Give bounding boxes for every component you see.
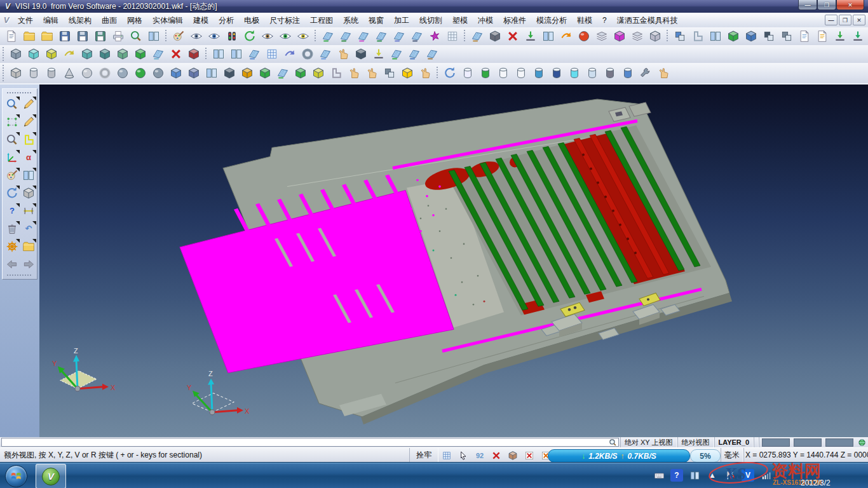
save-icon[interactable] (56, 28, 74, 45)
surface-mesh-icon[interactable] (444, 28, 461, 45)
cage-solid-icon[interactable] (292, 65, 309, 82)
box-mode-icon[interactable] (505, 448, 521, 463)
drop-surface-icon[interactable] (370, 46, 388, 63)
restore-window-icon[interactable]: ❐ (817, 0, 836, 10)
toolbar-grip[interactable] (1, 65, 6, 81)
link-solid-icon[interactable] (381, 65, 398, 82)
snap-mode-icon[interactable]: 92 (471, 448, 488, 463)
network-speed-widget[interactable]: ↓ 1.2KB/S ↑ 0.7KB/S (548, 449, 690, 463)
surface-half-icon[interactable] (390, 28, 408, 45)
expand-surface-icon[interactable] (388, 46, 405, 63)
print-preview-icon[interactable] (127, 28, 145, 45)
search-input[interactable] (2, 438, 618, 446)
top-view-icon[interactable] (43, 46, 60, 63)
plate-stack-icon[interactable] (593, 28, 611, 45)
curve-alpha-icon[interactable]: α (20, 149, 37, 166)
network-signal-icon[interactable] (759, 468, 773, 482)
pipe-surface-icon[interactable] (299, 46, 316, 63)
dock-grip[interactable] (7, 273, 32, 277)
new-document-icon[interactable] (3, 28, 20, 45)
die-set-icon[interactable] (646, 28, 664, 45)
hide-elements-icon[interactable] (294, 28, 312, 45)
start-button[interactable] (5, 465, 27, 487)
point-surface-icon[interactable] (227, 46, 245, 63)
search-icon[interactable] (609, 438, 617, 447)
menu-item-20[interactable]: ? (597, 13, 612, 27)
traffic-light-icon[interactable] (223, 28, 241, 45)
save-as-icon[interactable] (74, 28, 92, 45)
menu-item-8[interactable]: 电极 (239, 13, 264, 27)
help-info-icon[interactable]: ? (3, 202, 21, 219)
minimize-window-icon[interactable]: — (798, 0, 817, 10)
zoom-elements-icon[interactable] (3, 95, 21, 112)
menu-item-15[interactable]: 塑模 (447, 13, 473, 27)
shaded-view-icon[interactable] (25, 46, 43, 63)
box-solid-icon[interactable] (7, 65, 25, 82)
action-center-flag-icon[interactable] (723, 468, 737, 482)
pan-view-icon[interactable] (132, 46, 149, 63)
rotate-view-icon[interactable] (60, 46, 78, 63)
pick-solid-icon[interactable] (416, 65, 434, 82)
model-canvas[interactable]: Z Y X Z Y X (39, 85, 868, 437)
surface-edit-icon[interactable] (372, 28, 390, 45)
die-insert-icon[interactable] (486, 28, 504, 45)
undo-action-icon[interactable]: ↶ (20, 220, 37, 237)
prism-solid-icon[interactable] (43, 65, 60, 82)
solid-mirror-icon[interactable] (707, 28, 724, 45)
shrink-surface-icon[interactable] (405, 46, 423, 63)
section-view-icon[interactable] (96, 46, 114, 63)
net-surface-icon[interactable] (263, 46, 281, 63)
mdi-restore-icon[interactable]: ❐ (839, 15, 851, 25)
layer-empty-icon[interactable] (459, 65, 477, 82)
lift-view-icon[interactable] (149, 46, 167, 63)
view-document-icon[interactable] (187, 28, 205, 45)
menu-item-18[interactable]: 模流分析 (531, 13, 572, 27)
lock-button[interactable]: 拴牢 (409, 448, 438, 463)
erase-sketch-icon[interactable] (20, 95, 37, 112)
menu-item-19[interactable]: 鞋模 (572, 13, 597, 27)
sketch-curve-icon[interactable] (20, 113, 37, 130)
globe-icon[interactable] (856, 437, 868, 447)
plate-monitor-icon[interactable] (539, 28, 557, 45)
break-surface-icon[interactable] (423, 46, 441, 63)
delete-mode-icon[interactable] (488, 448, 505, 463)
ball-cut-icon[interactable] (132, 65, 149, 82)
solid-separate-icon[interactable] (778, 28, 796, 45)
menu-item-0[interactable]: 文件 (13, 13, 38, 27)
front-view-icon[interactable] (78, 46, 96, 63)
bolt-solid-icon[interactable] (398, 65, 416, 82)
shading-settings-icon[interactable] (170, 28, 187, 45)
menu-item-21[interactable]: 潇洒五金模具科技 (612, 13, 683, 27)
solid-pair-icon[interactable] (671, 28, 689, 45)
menu-item-11[interactable]: 系统 (338, 13, 363, 27)
solid-punch-icon[interactable] (611, 28, 628, 45)
solid-align-icon[interactable] (689, 28, 707, 45)
menu-item-1[interactable]: 编辑 (38, 13, 64, 27)
menu-item-6[interactable]: 建模 (188, 13, 214, 27)
drag-surface-icon[interactable] (334, 46, 352, 63)
menu-item-5[interactable]: 实体编辑 (147, 13, 188, 27)
visibility-toggle-icon[interactable] (259, 28, 276, 45)
press-stroke-icon[interactable] (522, 28, 539, 45)
dock-grip[interactable] (7, 91, 32, 95)
menu-item-9[interactable]: 尺寸标注 (264, 13, 305, 27)
menu-item-7[interactable]: 分析 (214, 13, 239, 27)
view-mode-button[interactable]: 绝对 XY 上视图 (620, 437, 677, 447)
tool-settings-icon[interactable] (637, 65, 654, 82)
plane-cut-icon[interactable] (274, 65, 292, 82)
paste-element-icon[interactable] (813, 28, 831, 45)
menu-item-2[interactable]: 线架构 (64, 13, 97, 27)
add-view-icon[interactable] (205, 28, 223, 45)
previous-view-icon[interactable] (3, 255, 21, 273)
solid-extract-icon[interactable] (724, 28, 742, 45)
menu-item-16[interactable]: 冲模 (473, 13, 498, 27)
menu-item-3[interactable]: 曲面 (97, 13, 122, 27)
menu-item-12[interactable]: 视窗 (363, 13, 389, 27)
layer-dark-icon[interactable] (548, 65, 566, 82)
select-rectangle-icon[interactable] (3, 113, 21, 130)
strip-layout-icon[interactable] (468, 28, 486, 45)
color-swatch-1[interactable] (762, 438, 790, 447)
surface-copy-icon[interactable] (355, 28, 372, 45)
cpu-percent-bubble[interactable]: 5% (690, 449, 721, 463)
toolbar-grip[interactable] (1, 47, 6, 61)
